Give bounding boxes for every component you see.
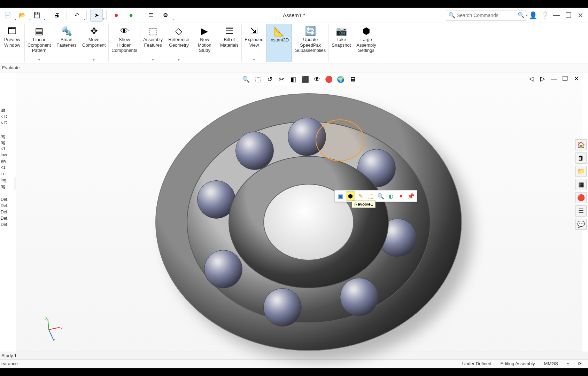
ctx-appearance-icon[interactable]: ● [396, 191, 405, 201]
linear-component-pattern-button[interactable]: ▤Linear Component Pattern▾ [25, 24, 54, 62]
command-tabs: Evaluate [0, 63, 588, 72]
model-bearing[interactable] [134, 86, 434, 351]
motion-study-tab[interactable]: Study 1 [1, 353, 17, 358]
status-rebuild-icon[interactable]: ⟳ [578, 361, 582, 366]
feature-tree[interactable]: ult < D < D ng ng <1: low ew <1: r ri in… [0, 72, 15, 352]
exploded-view-button[interactable]: ⇲Exploded View▾ [242, 24, 266, 62]
tree-row[interactable]: Def. [0, 209, 15, 215]
context-tooltip: Revolve1 [352, 201, 376, 208]
open-button[interactable]: 📂▾ [16, 9, 29, 22]
tree-row[interactable]: Def. [0, 196, 15, 203]
vp-close-icon[interactable]: ✕ [571, 74, 581, 84]
tree-row[interactable]: Def. [0, 215, 15, 221]
taskpane-custom-props-icon[interactable]: ☰ [575, 205, 587, 217]
tree-row[interactable]: ing [0, 177, 15, 183]
taskpane-home-icon[interactable]: 🏠 [575, 139, 587, 150]
edit-appearance-icon[interactable]: 🔴 [324, 75, 334, 84]
window-close-button[interactable]: ✕ [575, 10, 585, 20]
vp-next-icon[interactable]: ▷ [538, 74, 548, 84]
preview-window-button[interactable]: 🗔Preview Window [0, 24, 24, 62]
ctx-zoom-selection-icon[interactable]: 🔍 [376, 191, 385, 201]
select-button[interactable]: ➤▾ [90, 9, 103, 22]
ctx-hide-icon[interactable]: ⬚ [366, 191, 375, 201]
ctx-isolate-icon[interactable]: ⬢ [346, 191, 355, 201]
new-doc-button[interactable]: 📄▾ [1, 9, 14, 22]
taskpane-forum-icon[interactable]: 💬 [575, 219, 587, 230]
rebuild-error-icon[interactable]: ● [110, 9, 123, 22]
instant3d-button[interactable]: 📐Instant3D [266, 24, 292, 62]
taskpane-file-explorer-icon[interactable]: 📁 [575, 166, 587, 177]
settings-gear-button[interactable]: ⚙▾ [159, 9, 172, 22]
axis-x [49, 327, 60, 330]
tree-row[interactable]: ng [0, 139, 15, 146]
graphics-viewport[interactable]: 🔍 ⬚ ↺ ✂ ◧ ⬛ 👁 🔴 🌍 🖥 ◁ ▷ — ❐ ✕ [16, 72, 582, 352]
taskpane-view-palette-icon[interactable]: ▦ [575, 179, 587, 190]
rebuild-ok-icon[interactable]: ● [125, 9, 137, 22]
ctx-pin-icon[interactable]: 📌 [407, 191, 416, 201]
taskpane-resources-icon[interactable]: 🗑 [575, 152, 587, 164]
status-units-dropdown-icon[interactable]: ▾ [567, 362, 569, 366]
view-settings-icon[interactable]: 🖥 [348, 75, 357, 84]
tree-row[interactable]: <1: [0, 146, 15, 152]
vp-prev-icon[interactable]: ◁ [527, 74, 536, 84]
tree-row[interactable]: Def. [0, 221, 15, 228]
ball[interactable] [204, 250, 242, 288]
orientation-triad[interactable]: x y z [40, 317, 65, 341]
ball[interactable] [340, 278, 378, 316]
status-left: earance [1, 361, 18, 366]
move-component-button[interactable]: ✥Move Component▾ [79, 24, 108, 62]
vp-min-icon[interactable]: — [549, 74, 559, 84]
search-input[interactable] [457, 13, 518, 18]
display-style-icon[interactable]: ◧ [288, 75, 298, 84]
vp-max-icon[interactable]: ❐ [560, 74, 570, 84]
search-go-icon[interactable]: 🔍 [518, 12, 525, 18]
apply-scene-icon[interactable]: 🌍 [336, 75, 346, 84]
help-icon[interactable]: ❔ [540, 10, 550, 20]
tree-row[interactable]: ew [0, 158, 15, 164]
ball[interactable] [263, 288, 302, 327]
save-button[interactable]: 💾▾ [31, 9, 43, 22]
tab-evaluate[interactable]: Evaluate [2, 65, 20, 70]
ctx-normal-to-icon[interactable]: ◐ [386, 191, 395, 201]
large-assembly-settings-button[interactable]: ⬢Large Assembly Settings [354, 24, 379, 62]
show-hidden-components-button[interactable]: 👁Show Hidden Components [109, 24, 140, 62]
user-icon[interactable]: 👤 [528, 10, 538, 20]
taskpane-appearances-icon[interactable]: 🔴 [575, 192, 587, 203]
reference-geometry-button[interactable]: ◇Reference Geometry▾ [165, 24, 192, 62]
undo-button[interactable]: ↶▾ [70, 9, 83, 22]
new-motion-study-button[interactable]: ▶New Motion Study [192, 24, 217, 62]
status-units[interactable]: MMGS [544, 361, 558, 366]
previous-view-icon[interactable]: ↺ [265, 75, 274, 84]
tree-row[interactable]: low [0, 152, 15, 158]
bill-of-materials-button[interactable]: ☰Bill of Materials [217, 24, 241, 62]
zoom-area-icon[interactable]: ⬚ [253, 75, 263, 84]
view-orientation-icon[interactable]: ⬛ [300, 75, 310, 84]
tree-row[interactable]: <1: [0, 164, 15, 171]
tree-row[interactable]: ult [0, 107, 15, 113]
take-snapshot-button[interactable]: 📷Take Snapshot [329, 24, 354, 62]
ctx-select-other-icon[interactable]: ▣ [336, 191, 345, 201]
zoom-fit-icon[interactable]: 🔍 [241, 75, 251, 84]
tree-row[interactable]: r ri [0, 171, 15, 177]
tree-row[interactable]: Def. [0, 203, 15, 209]
ctx-edit-feature-icon[interactable]: ✎ [356, 191, 365, 201]
bottom-tabs: Study 1 [0, 352, 588, 359]
update-speedpak-button[interactable]: 🔄Update SpeedPak Subassemblies [292, 24, 328, 62]
tree-row[interactable]: < D [0, 120, 15, 126]
ball[interactable] [235, 132, 274, 170]
print-button[interactable]: 🖨 [51, 9, 63, 22]
ribbon: 🗔Preview Window ▤Linear Component Patter… [0, 23, 588, 63]
options-list-button[interactable]: ☰ [145, 9, 157, 22]
hide-show-icon[interactable]: 👁 [312, 75, 322, 84]
tree-row[interactable]: < D [0, 113, 15, 120]
tree-row[interactable]: ng [0, 183, 15, 189]
section-view-icon[interactable]: ✂ [277, 75, 286, 84]
smart-fasteners-button[interactable]: 🔩Smart Fasteners [54, 24, 79, 62]
search-dropdown-icon[interactable]: ▾ [526, 14, 528, 17]
tree-row[interactable]: ng [0, 133, 15, 139]
search-commands[interactable]: 🔍 🔍 ▾ [446, 10, 526, 21]
assembly-features-button[interactable]: ⬚Assembly Features▾ [140, 24, 165, 62]
status-defined: Under Defined [462, 361, 492, 366]
window-maximize-button[interactable]: ❐ [564, 10, 573, 20]
window-minimize-button[interactable]: — [552, 10, 562, 20]
